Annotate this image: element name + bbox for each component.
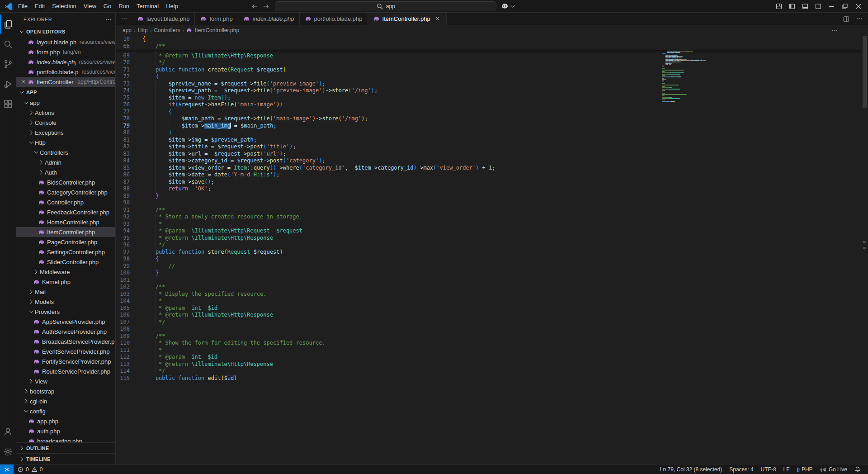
- code-line-100[interactable]: 100 }: [116, 270, 868, 277]
- status-indentation[interactable]: Spaces: 4: [726, 465, 757, 474]
- code-line-70[interactable]: 70 */: [116, 59, 868, 66]
- line-number[interactable]: 72: [116, 73, 136, 81]
- tree-folder-console[interactable]: Console: [16, 118, 115, 128]
- code-line-88[interactable]: 88 return 'OK';: [116, 185, 868, 193]
- line-number[interactable]: 94: [116, 228, 136, 235]
- activitybar-accounts[interactable]: [0, 422, 16, 441]
- app-section-header[interactable]: APP: [16, 87, 115, 98]
- split-editor-button[interactable]: [841, 13, 852, 25]
- line-number[interactable]: 82: [116, 143, 136, 151]
- tree-file-bidscontroller-php[interactable]: BidsController.php: [16, 177, 115, 187]
- tree-file-authserviceprovider-php[interactable]: AuthServiceProvider.php: [16, 327, 115, 337]
- toggle-secondary-sidebar-button[interactable]: [811, 0, 825, 12]
- code-line-97[interactable]: 97 public function store(Request $reques…: [116, 249, 868, 256]
- line-number[interactable]: 74: [116, 87, 136, 95]
- history-back-button[interactable]: [250, 1, 259, 11]
- line-number[interactable]: 104: [116, 298, 136, 305]
- code-line-87[interactable]: 87 $item->save();: [116, 179, 868, 186]
- code-line-109[interactable]: 109 /**: [116, 333, 868, 340]
- code-line-81[interactable]: 81 $item->img = $preview_path;: [116, 137, 868, 144]
- command-center-search[interactable]: app: [275, 1, 496, 11]
- code-line-101[interactable]: 101: [116, 277, 868, 284]
- tree-folder-middleware[interactable]: Middleware: [16, 267, 115, 277]
- code-line-85[interactable]: 85 $item->view_order = Item::query()->wh…: [116, 165, 868, 172]
- status-notifications[interactable]: [851, 465, 864, 474]
- tree-folder-bootstrap[interactable]: bootstrap: [16, 386, 115, 396]
- activitybar-explorer[interactable]: [0, 14, 16, 34]
- tree-file-app-php[interactable]: app.php: [16, 416, 115, 426]
- code-line-112[interactable]: 112 * @param int $id: [116, 354, 868, 361]
- code-line-114[interactable]: 114 */: [116, 368, 868, 375]
- line-number[interactable]: 87: [116, 179, 136, 186]
- code-line-95[interactable]: 95 * @return \Illuminate\Http\Response: [116, 235, 868, 242]
- line-number[interactable]: 81: [116, 137, 136, 144]
- history-forward-button[interactable]: [261, 1, 271, 11]
- tree-file-broadcastserviceprovider-php[interactable]: BroadcastServiceProvider.php: [16, 337, 115, 346]
- status-language-mode[interactable]: {}PHP: [793, 465, 816, 474]
- menu-file[interactable]: File: [14, 1, 31, 11]
- line-number[interactable]: 80: [116, 129, 136, 137]
- outline-section-header[interactable]: OUTLINE: [16, 442, 115, 453]
- breadcrumb-more-icon[interactable]: [831, 27, 838, 34]
- code-line-83[interactable]: 83 $item->url = $request->post('url');: [116, 151, 868, 158]
- tree-file-routeserviceprovider-php[interactable]: RouteServiceProvider.php: [16, 366, 115, 376]
- line-number[interactable]: 95: [116, 235, 136, 242]
- scrollbar-thumb[interactable]: [863, 36, 867, 108]
- line-number[interactable]: 92: [116, 213, 136, 221]
- line-number[interactable]: 71: [116, 66, 136, 74]
- code-line-10[interactable]: 10{: [116, 36, 862, 43]
- menu-view[interactable]: View: [80, 1, 100, 11]
- line-number[interactable]: 69: [116, 52, 136, 60]
- code-line-105[interactable]: 105 * @param int $id: [116, 305, 868, 312]
- line-number[interactable]: 91: [116, 207, 136, 214]
- line-number[interactable]: 115: [116, 375, 136, 380]
- tree-folder-actions[interactable]: Actions: [16, 108, 115, 118]
- code-line-91[interactable]: 91 /**: [116, 207, 868, 214]
- line-number[interactable]: 75: [116, 95, 136, 102]
- open-editor-item[interactable]: portfolio.blade.phpresources/views: [16, 67, 115, 77]
- breadcrumb-file[interactable]: ItemController.php: [195, 27, 239, 33]
- line-number[interactable]: 66: [116, 43, 136, 50]
- copilot-button[interactable]: [501, 2, 516, 10]
- tree-folder-admin[interactable]: Admin: [16, 157, 115, 167]
- tab-itemcontroller-php[interactable]: ItemController.php: [368, 13, 447, 25]
- code-line-79[interactable]: 79 $item->main_img = $main_path;: [116, 123, 868, 130]
- tab-form-php[interactable]: form.php: [195, 13, 238, 25]
- status-cursor-position[interactable]: Ln 79, Col 32 (8 selected): [656, 465, 726, 474]
- tree-folder-config[interactable]: config: [16, 406, 115, 416]
- line-number[interactable]: 113: [116, 361, 136, 368]
- code-line-113[interactable]: 113 * @return \Illuminate\Http\Response: [116, 361, 868, 368]
- code-line-107[interactable]: 107 */: [116, 319, 868, 326]
- tree-folder-exceptions[interactable]: Exceptions: [16, 128, 115, 137]
- code-line-86[interactable]: 86 $item->date = date('Y-m-d H:i:s');: [116, 171, 868, 179]
- tree-file-categorycontroller-php[interactable]: CategoryController.php: [16, 187, 115, 197]
- tree-file-kernel-php[interactable]: Kernel.php: [16, 277, 115, 287]
- customize-layout-button[interactable]: [772, 0, 785, 12]
- code-line-74[interactable]: 74 $preview_path = $request->file('previ…: [116, 87, 868, 95]
- activitybar-run-and-debug[interactable]: [0, 74, 16, 94]
- line-number[interactable]: 98: [116, 256, 136, 263]
- sticky-scroll[interactable]: 10{66 /**: [116, 35, 862, 50]
- line-number[interactable]: 109: [116, 333, 136, 340]
- tree-file-pagecontroller-php[interactable]: PageController.php: [16, 237, 115, 247]
- minimize-button[interactable]: [825, 0, 838, 12]
- code-editor[interactable]: 68 *69 * @return \Illuminate\Http\Respon…: [116, 35, 868, 464]
- tab-portfolio-blade-php[interactable]: portfolio.blade.php: [300, 13, 368, 25]
- line-number[interactable]: 110: [116, 340, 136, 347]
- code-line-75[interactable]: 75 $item = new Item();: [116, 95, 868, 102]
- code-line-98[interactable]: 98 {: [116, 256, 868, 263]
- breadcrumb-item[interactable]: Controllers: [154, 27, 180, 33]
- menu-run[interactable]: Run: [115, 1, 133, 11]
- tree-folder-models[interactable]: Models: [16, 297, 115, 307]
- code-line-69[interactable]: 69 * @return \Illuminate\Http\Response: [116, 52, 868, 60]
- tree-folder-controllers[interactable]: Controllers: [16, 147, 115, 157]
- code-line-90[interactable]: 90: [116, 199, 868, 207]
- menu-go[interactable]: Go: [100, 1, 115, 11]
- tree-file-controller-php[interactable]: Controller.php: [16, 197, 115, 207]
- line-number[interactable]: 70: [116, 59, 136, 66]
- line-number[interactable]: 107: [116, 319, 136, 326]
- line-number[interactable]: 88: [116, 185, 136, 193]
- code-line-96[interactable]: 96 */: [116, 242, 868, 249]
- activitybar-manage[interactable]: [0, 441, 16, 461]
- status-encoding[interactable]: UTF-8: [757, 465, 780, 474]
